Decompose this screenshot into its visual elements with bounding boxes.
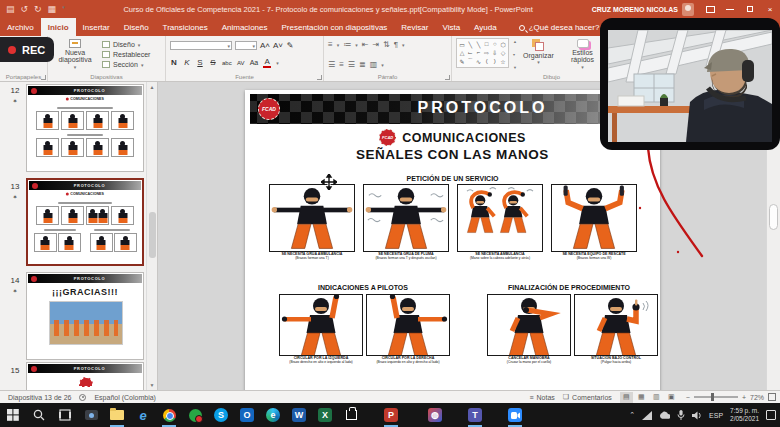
taskbar-search-button[interactable] xyxy=(26,403,52,427)
zoom-in-button[interactable]: + xyxy=(742,394,746,401)
slide-15-thumbnail[interactable]: PROTOCOLO xyxy=(26,362,144,390)
tab-transiciones[interactable]: Transiciones xyxy=(156,18,215,36)
redo-icon[interactable]: ↻ xyxy=(34,4,42,14)
section-button[interactable]: Sección▾ xyxy=(102,61,150,68)
strikethrough-button[interactable]: S xyxy=(209,58,217,67)
tab-diseno[interactable]: Diseño xyxy=(117,18,156,36)
signed-in-user[interactable]: CRUZ MORENO NICOLAS xyxy=(592,6,678,13)
tab-inicio[interactable]: Inicio xyxy=(41,18,76,36)
minimize-button[interactable] xyxy=(720,0,740,18)
restore-button[interactable] xyxy=(740,0,760,18)
action-center-icon[interactable] xyxy=(766,410,776,420)
slide-12-thumbnail[interactable]: PROTOCOLO COMUNICACIONES xyxy=(26,84,144,172)
zoom-out-button[interactable]: − xyxy=(686,394,690,401)
text-direction-icon[interactable]: ¶ xyxy=(394,40,398,49)
tab-animaciones[interactable]: Animaciones xyxy=(215,18,275,36)
undo-icon[interactable]: ↺ xyxy=(21,4,29,14)
chrome-icon[interactable] xyxy=(156,403,182,427)
zoom-level[interactable]: 72% xyxy=(750,394,764,401)
microphone-icon[interactable] xyxy=(677,410,685,420)
text-shadow-button[interactable]: abc xyxy=(222,60,232,66)
word-icon[interactable]: W xyxy=(286,403,312,427)
teams-icon[interactable]: T xyxy=(462,403,488,427)
start-presentation-icon[interactable]: ▦ xyxy=(48,4,57,14)
new-slide-button[interactable]: Nueva diapositiva▾ xyxy=(52,38,98,71)
fit-to-window-icon[interactable] xyxy=(768,393,776,401)
photos-app-icon[interactable]: ◍ xyxy=(422,403,448,427)
italic-button[interactable]: K xyxy=(183,58,191,67)
language-indicator[interactable]: Español (Colombia) xyxy=(94,394,155,401)
columns-icon[interactable]: ▥ xyxy=(370,60,378,69)
slideshow-view-button[interactable]: ▣ xyxy=(665,392,678,403)
slide-sorter-view-button[interactable]: ▦ xyxy=(635,392,648,403)
scroll-up-icon[interactable]: ▲ xyxy=(147,84,157,90)
panel-scrollbar[interactable]: ▲ ▼ xyxy=(146,82,157,390)
grow-font-icon[interactable]: A˄ xyxy=(260,41,270,50)
font-size-combo[interactable]: ▾ xyxy=(235,41,257,50)
align-right-icon[interactable]: ☰ xyxy=(348,60,355,69)
indent-decrease-icon[interactable]: ⇤ xyxy=(362,40,369,49)
layout-button[interactable]: Diseño▾ xyxy=(102,41,150,48)
edge-icon[interactable]: e xyxy=(260,403,286,427)
camera-app-icon[interactable] xyxy=(78,403,104,427)
reading-view-button[interactable]: ▥ xyxy=(650,392,663,403)
save-icon[interactable]: ▤ xyxy=(6,4,15,14)
justify-icon[interactable]: ≣ xyxy=(359,60,366,69)
excel-icon[interactable]: X xyxy=(312,403,338,427)
powerpoint-icon[interactable]: P xyxy=(378,403,404,427)
keyboard-language[interactable]: ESP xyxy=(709,412,723,419)
shapes-gallery[interactable]: ▭╲╲□○⬡ △⌙⌐⇨⇩◇ ✎⌒∿()☆ xyxy=(456,38,509,68)
microsoft-store-icon[interactable] xyxy=(338,403,364,427)
skype-icon[interactable]: S xyxy=(208,403,234,427)
clear-format-icon[interactable]: ✎ xyxy=(286,41,294,50)
notes-button[interactable]: ≡Notas xyxy=(529,394,554,401)
webcam-overlay[interactable] xyxy=(600,18,780,150)
vertical-scrollbar-thumb[interactable] xyxy=(769,204,778,230)
recording-app-icon[interactable] xyxy=(182,403,208,427)
current-slide[interactable]: FCAD PROTOCOLO FCAD COMUNICACIONES SEÑAL… xyxy=(245,90,660,390)
arrange-button[interactable]: Organizar▾ xyxy=(521,38,556,71)
numbering-icon[interactable]: ≔ xyxy=(343,40,351,49)
start-button[interactable] xyxy=(0,403,26,427)
bullets-icon[interactable]: ≡ xyxy=(328,40,333,49)
portapapeles-dialog-launcher[interactable] xyxy=(41,75,46,80)
zoom-slider[interactable] xyxy=(694,396,738,398)
normal-view-button[interactable]: ▤ xyxy=(620,392,633,403)
font-color-button[interactable]: A xyxy=(263,57,271,68)
tab-archivo[interactable]: Archivo xyxy=(0,18,41,36)
tab-revisar[interactable]: Revisar xyxy=(394,18,435,36)
clock[interactable]: 7:59 p. m.2/05/2021 xyxy=(730,407,759,423)
network-icon[interactable] xyxy=(642,411,652,420)
quick-styles-button[interactable]: Estilos rápidos▾ xyxy=(560,38,605,71)
avatar[interactable] xyxy=(682,3,694,16)
onedrive-icon[interactable] xyxy=(659,411,670,420)
bold-button[interactable]: N xyxy=(170,58,178,67)
ribbon-display-options-button[interactable] xyxy=(700,0,720,18)
comments-button[interactable]: ❏Comentarios xyxy=(563,393,612,401)
zoom-slider-thumb[interactable] xyxy=(711,393,714,401)
change-case-button[interactable]: Aa xyxy=(250,59,259,66)
underline-button[interactable]: S xyxy=(196,58,204,67)
font-color-dropdown-icon[interactable]: ▾ xyxy=(276,60,279,66)
align-center-icon[interactable]: ≡ xyxy=(339,60,344,69)
tab-vista[interactable]: Vista xyxy=(435,18,467,36)
shapes-scroll[interactable]: ▲▾▼ xyxy=(513,38,517,71)
slide-13-thumbnail-selected[interactable]: PROTOCOLO COMUNICACIONES xyxy=(26,178,144,266)
zoom-icon[interactable] xyxy=(502,403,528,427)
tab-insertar[interactable]: Insertar xyxy=(76,18,117,36)
close-button[interactable]: × xyxy=(760,0,780,18)
tab-ayuda[interactable]: Ayuda xyxy=(467,18,504,36)
char-spacing-button[interactable]: AV xyxy=(237,60,245,66)
tab-presentacion[interactable]: Presentación con diapositivas xyxy=(274,18,394,36)
reset-button[interactable]: Restablecer xyxy=(102,51,150,58)
accessibility-checker[interactable] xyxy=(79,394,86,401)
internet-explorer-icon[interactable]: e xyxy=(130,403,156,427)
tell-me-search[interactable]: ¿Qué desea hacer? xyxy=(512,18,607,36)
panel-scrollbar-thumb[interactable] xyxy=(149,212,156,258)
indent-increase-icon[interactable]: ⇥ xyxy=(372,40,379,49)
scroll-down-icon[interactable]: ▼ xyxy=(147,382,157,388)
file-explorer-icon[interactable] xyxy=(104,403,130,427)
line-spacing-icon[interactable]: ⇅ xyxy=(383,40,390,49)
slide-14-thumbnail[interactable]: PROTOCOLO ¡¡¡GRACIAS!!! xyxy=(26,272,144,360)
tray-expand-icon[interactable]: ⌃ xyxy=(629,411,635,419)
